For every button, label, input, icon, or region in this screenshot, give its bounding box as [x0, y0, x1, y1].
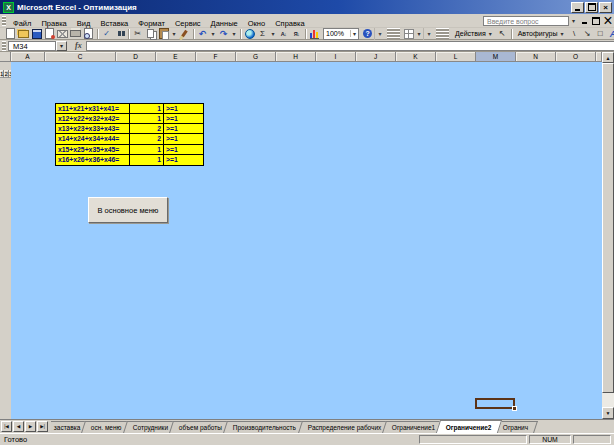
- paste-icon[interactable]: [157, 28, 170, 40]
- constraint-rhs-cell[interactable]: >=1: [163, 145, 203, 155]
- last-tab-button[interactable]: ▶|: [37, 421, 48, 432]
- autosum-dropdown[interactable]: ▾: [269, 28, 277, 40]
- column-header[interactable]: J: [356, 52, 396, 62]
- rectangle-icon[interactable]: □: [594, 28, 607, 40]
- actions-menu-button[interactable]: Действия ▾: [452, 28, 495, 39]
- sheet-tab[interactable]: Ограничение2: [436, 420, 502, 433]
- constraint-formula-cell[interactable]: x13+x23+x33+x43=: [56, 124, 129, 134]
- constraint-value-cell[interactable]: 1: [129, 155, 163, 165]
- undo-icon[interactable]: ↶: [196, 28, 209, 40]
- print-icon[interactable]: [69, 28, 82, 40]
- column-header[interactable]: G: [236, 52, 276, 62]
- workbook-minimize-button[interactable]: [578, 15, 590, 26]
- constraint-formula-cell[interactable]: x16+x26+x36+x46=: [56, 155, 129, 165]
- column-header[interactable]: H: [276, 52, 316, 62]
- column-header[interactable]: C: [45, 52, 116, 62]
- spelling-icon[interactable]: ✓: [100, 28, 113, 40]
- paste-dropdown[interactable]: ▾: [170, 28, 178, 40]
- sheet-tab[interactable]: Производительность: [223, 421, 306, 433]
- name-box[interactable]: M34: [8, 41, 56, 51]
- zoom-combobox[interactable]: 100% ▾: [323, 28, 359, 40]
- constraint-rhs-cell[interactable]: >=1: [163, 104, 203, 114]
- open-folder-icon[interactable]: [17, 28, 30, 40]
- cells-grid[interactable]: x11+x21+x31+x41= 1 >=1 x12+x22+x32+x42= …: [11, 62, 602, 419]
- constraint-formula-cell[interactable]: x15+x25+x35+x45=: [56, 145, 129, 155]
- save-icon[interactable]: [30, 28, 43, 40]
- sort-descending-icon[interactable]: Я↓: [290, 28, 303, 40]
- vertical-scrollbar[interactable]: ▲ ▼: [602, 52, 614, 419]
- fill-color-icon[interactable]: [402, 28, 415, 40]
- autosum-icon[interactable]: Σ: [256, 28, 269, 40]
- main-menu-button[interactable]: В основное меню: [88, 197, 168, 223]
- scroll-down-button[interactable]: ▼: [602, 407, 614, 419]
- column-header[interactable]: N: [516, 52, 556, 62]
- workbook-close-button[interactable]: ×: [602, 15, 614, 26]
- first-tab-button[interactable]: |◀: [1, 421, 12, 432]
- constraint-table: x11+x21+x31+x41= 1 >=1 x12+x22+x32+x42= …: [55, 103, 204, 166]
- sort-ascending-icon[interactable]: А↓: [277, 28, 290, 40]
- arrow-icon[interactable]: ↘: [581, 28, 594, 40]
- cut-icon[interactable]: ✂: [131, 28, 144, 40]
- column-header[interactable]: I: [316, 52, 356, 62]
- column-header[interactable]: O: [556, 52, 596, 62]
- column-header[interactable]: A: [11, 52, 45, 62]
- workbook-restore-button[interactable]: [590, 15, 602, 26]
- vertical-scrollbar-thumb[interactable]: [602, 63, 614, 393]
- redo-icon[interactable]: ↷: [217, 28, 230, 40]
- toolbar-options-icon[interactable]: ▾: [423, 28, 434, 40]
- column-header[interactable]: F: [196, 52, 236, 62]
- select-all-corner[interactable]: [0, 52, 11, 62]
- selected-cell-outline[interactable]: [475, 398, 515, 409]
- next-tab-button[interactable]: ▶: [25, 421, 36, 432]
- column-header[interactable]: D: [116, 52, 156, 62]
- column-header[interactable]: E: [156, 52, 196, 62]
- constraint-value-cell[interactable]: 2: [129, 124, 163, 134]
- redo-dropdown[interactable]: ▾: [230, 28, 238, 40]
- copy-icon[interactable]: [144, 28, 157, 40]
- help-icon[interactable]: ?: [361, 28, 374, 40]
- constraint-rhs-cell[interactable]: >=1: [163, 134, 203, 144]
- wordart-icon[interactable]: А: [607, 28, 614, 40]
- line-icon[interactable]: \: [568, 28, 581, 40]
- name-box-dropdown[interactable]: ▾: [56, 41, 67, 51]
- insert-function-icon[interactable]: fx: [75, 41, 82, 50]
- permission-icon[interactable]: [43, 28, 56, 40]
- toolbar-separator: [509, 28, 514, 40]
- ask-question-input[interactable]: Введите вопрос: [483, 16, 569, 26]
- constraint-value-cell[interactable]: 1: [129, 114, 163, 124]
- constraint-formula-cell[interactable]: x12+x22+x32+x42=: [56, 114, 129, 124]
- constraint-rhs-cell[interactable]: >=1: [163, 155, 203, 165]
- fill-color-dropdown[interactable]: ▾: [415, 28, 423, 40]
- constraint-formula-cell[interactable]: x14+x24+x34+x44=: [56, 134, 129, 144]
- constraint-value-cell[interactable]: 1: [129, 145, 163, 155]
- constraint-formula-cell[interactable]: x11+x21+x31+x41=: [56, 104, 129, 114]
- column-header[interactable]: M: [476, 52, 516, 62]
- row-headers: 1234567891011121314151617181920212223242…: [0, 62, 11, 419]
- print-preview-icon[interactable]: [82, 28, 95, 40]
- sheet-area: ACDEFGHIJKLMNO 1234567891011121314151617…: [0, 52, 614, 419]
- mail-icon[interactable]: [56, 28, 69, 40]
- constraint-value-cell[interactable]: 1: [129, 104, 163, 114]
- insert-hyperlink-icon[interactable]: [243, 28, 256, 40]
- column-header[interactable]: K: [396, 52, 436, 62]
- formula-input[interactable]: [86, 41, 614, 51]
- minimize-button[interactable]: [571, 2, 584, 13]
- toolbar-options-icon[interactable]: ▾: [374, 28, 385, 40]
- previous-tab-button[interactable]: ◀: [13, 421, 24, 432]
- column-header[interactable]: L: [436, 52, 476, 62]
- new-document-icon[interactable]: [4, 28, 17, 40]
- research-icon[interactable]: [113, 28, 126, 40]
- zoom-dropdown[interactable]: ▾: [350, 30, 356, 37]
- constraint-value-cell[interactable]: 2: [129, 134, 163, 144]
- ask-question-dropdown[interactable]: ▾: [569, 17, 578, 24]
- chart-wizard-icon[interactable]: [308, 28, 321, 40]
- undo-dropdown[interactable]: ▾: [209, 28, 217, 40]
- restore-button[interactable]: [585, 2, 598, 13]
- autoshapes-menu-button[interactable]: Автофигуры ▾: [515, 28, 567, 39]
- constraint-rhs-cell[interactable]: >=1: [163, 114, 203, 124]
- sheet-tab[interactable]: Распределение рабочих: [298, 421, 391, 433]
- select-objects-icon[interactable]: ↖: [496, 28, 509, 40]
- format-painter-icon[interactable]: [178, 28, 191, 40]
- scroll-up-button[interactable]: ▲: [602, 52, 614, 63]
- constraint-rhs-cell[interactable]: >=1: [163, 124, 203, 134]
